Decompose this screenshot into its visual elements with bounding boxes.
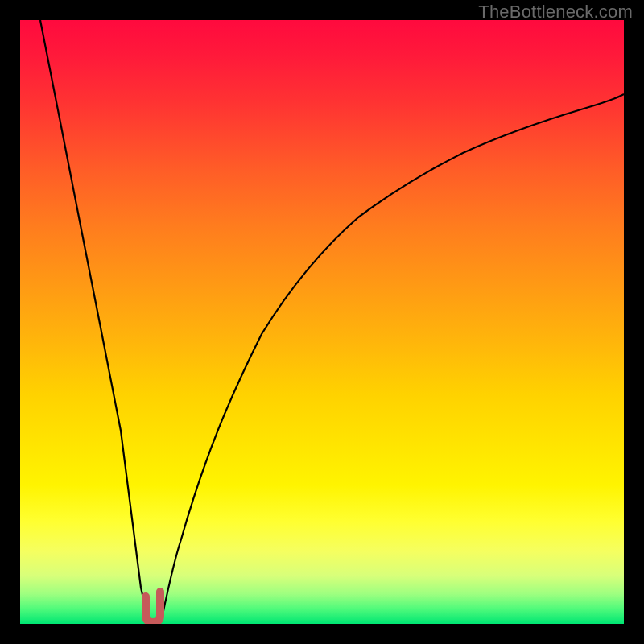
u-notch-icon bbox=[146, 592, 160, 622]
watermark-label: TheBottleneck.com bbox=[478, 2, 633, 23]
plot-area bbox=[20, 20, 624, 624]
chart-frame: TheBottleneck.com bbox=[0, 0, 644, 644]
curve-left-branch bbox=[40, 20, 149, 622]
curve-right-branch bbox=[161, 94, 624, 622]
bottleneck-curve bbox=[20, 20, 624, 624]
